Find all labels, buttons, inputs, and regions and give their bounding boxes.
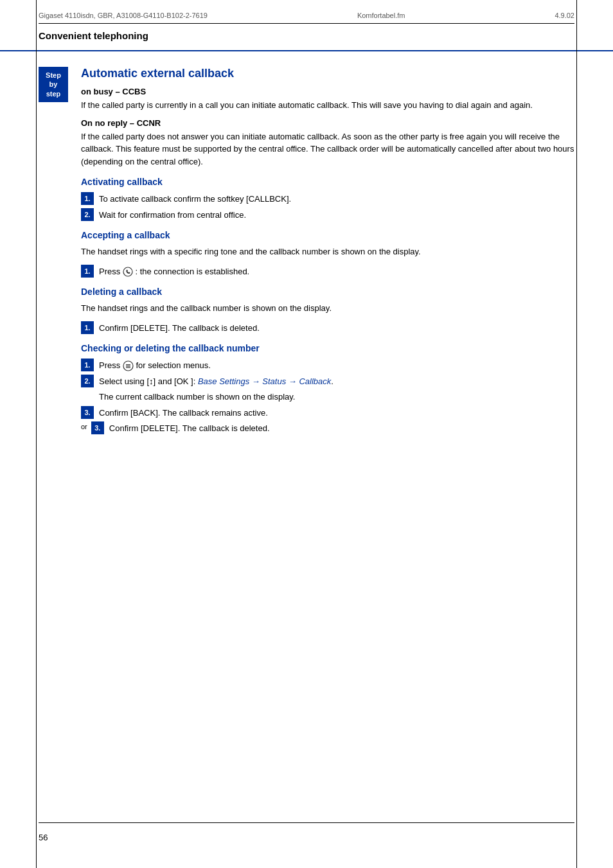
header-center: Komfortabel.fm bbox=[357, 12, 405, 19]
checking-step-link: Base Settings → Status → Callback bbox=[198, 376, 331, 386]
header: Gigaset 4110isdn, GBR, A31008-G4110-B102… bbox=[0, 0, 613, 23]
step-badge: Step by step bbox=[39, 67, 68, 102]
deleting-step-1: 1. Confirm [DELETE]. The callback is del… bbox=[81, 321, 574, 335]
accepting-step-num-1: 1. bbox=[81, 265, 94, 278]
on-no-reply-label: On no reply – CCNR bbox=[81, 118, 574, 128]
activating-step-2: 2. Wait for confirmation from central of… bbox=[81, 208, 574, 222]
page-number: 56 bbox=[39, 833, 48, 842]
accepting-step-text-1: Press : the connection is established. bbox=[99, 265, 249, 278]
svg-rect-4 bbox=[126, 367, 130, 368]
header-left: Gigaset 4110isdn, GBR, A31008-G4110-B102… bbox=[39, 12, 208, 19]
footer-divider bbox=[39, 822, 574, 823]
checking-step-text-3b: Confirm [DELETE]. The callback is delete… bbox=[107, 421, 270, 435]
header-right: 4.9.02 bbox=[555, 12, 574, 19]
page-title: Automatic external callback bbox=[81, 67, 574, 80]
checking-step-num-3a: 3. bbox=[81, 406, 94, 419]
accepting-title: Accepting a callback bbox=[81, 230, 574, 240]
accepting-step-1: 1. Press : the connection is established… bbox=[81, 265, 574, 278]
checking-step-1: 1. Press for selection menus. bbox=[81, 359, 574, 372]
checking-step-3a: 3. Confirm [BACK]. The callback remains … bbox=[81, 406, 574, 420]
activating-title: Activating callback bbox=[81, 177, 574, 187]
section-title: Convenient telephoning bbox=[0, 24, 613, 51]
deleting-intro: The handset rings and the callback numbe… bbox=[81, 302, 574, 315]
step-badge-line2: by bbox=[45, 80, 62, 89]
deleting-step-text-1: Confirm [DELETE]. The callback is delete… bbox=[99, 321, 260, 335]
deleting-step-num-1: 1. bbox=[81, 321, 94, 334]
on-busy-text: If the called party is currently in a ca… bbox=[81, 99, 574, 112]
checking-step-text-3a: Confirm [BACK]. The callback remains act… bbox=[99, 406, 268, 420]
phone-icon bbox=[123, 267, 133, 277]
or-label: or bbox=[81, 421, 87, 430]
checking-step-info-text: The current callback number is shown on … bbox=[99, 390, 295, 403]
step-badge-line3: step bbox=[45, 89, 62, 98]
checking-step-3b-row: or 3. Confirm [DELETE]. The callback is … bbox=[81, 421, 574, 435]
step-badge-line1: Step bbox=[45, 71, 62, 80]
checking-step-info: The current callback number is shown on … bbox=[81, 390, 574, 403]
activating-step-num-2: 2. bbox=[81, 208, 94, 221]
checking-step-text-1: Press for selection menus. bbox=[99, 359, 211, 372]
activating-step-num-1: 1. bbox=[81, 192, 94, 205]
on-busy-label: on busy – CCBS bbox=[81, 87, 574, 96]
content-area: Step by step Automatic external callback… bbox=[0, 51, 613, 466]
margin-line-left bbox=[36, 0, 37, 868]
menu-icon bbox=[123, 360, 134, 371]
page: Gigaset 4110isdn, GBR, A31008-G4110-B102… bbox=[0, 0, 613, 868]
activating-steps: 1. To activate callback confirm the soft… bbox=[81, 192, 574, 221]
deleting-steps: 1. Confirm [DELETE]. The callback is del… bbox=[81, 321, 574, 335]
svg-rect-3 bbox=[126, 366, 130, 366]
checking-step-2: 2. Select using [↕] and [OK ]: Base Sett… bbox=[81, 375, 574, 388]
margin-line-right bbox=[576, 0, 577, 868]
on-no-reply-text: If the called party does not answer you … bbox=[81, 130, 574, 168]
checking-step-num-1: 1. bbox=[81, 359, 94, 371]
activating-step-1: 1. To activate callback confirm the soft… bbox=[81, 192, 574, 206]
deleting-title: Deleting a callback bbox=[81, 287, 574, 297]
checking-steps: 1. Press for selection menus. 2. Select … bbox=[81, 359, 574, 435]
checking-step-text-2: Select using [↕] and [OK ]: Base Setting… bbox=[99, 375, 333, 388]
checking-step-num-3b: 3. bbox=[91, 421, 104, 434]
accepting-intro: The handset rings with a specific ring t… bbox=[81, 245, 574, 258]
main-content: Automatic external callback on busy – CC… bbox=[81, 67, 574, 440]
svg-rect-2 bbox=[126, 364, 130, 365]
checking-step-num-2: 2. bbox=[81, 375, 94, 387]
checking-title: Checking or deleting the callback number bbox=[81, 343, 574, 353]
activating-step-text-1: To activate callback confirm the softkey… bbox=[99, 192, 291, 206]
accepting-steps: 1. Press : the connection is established… bbox=[81, 265, 574, 278]
activating-step-text-2: Wait for confirmation from central offic… bbox=[99, 208, 246, 222]
